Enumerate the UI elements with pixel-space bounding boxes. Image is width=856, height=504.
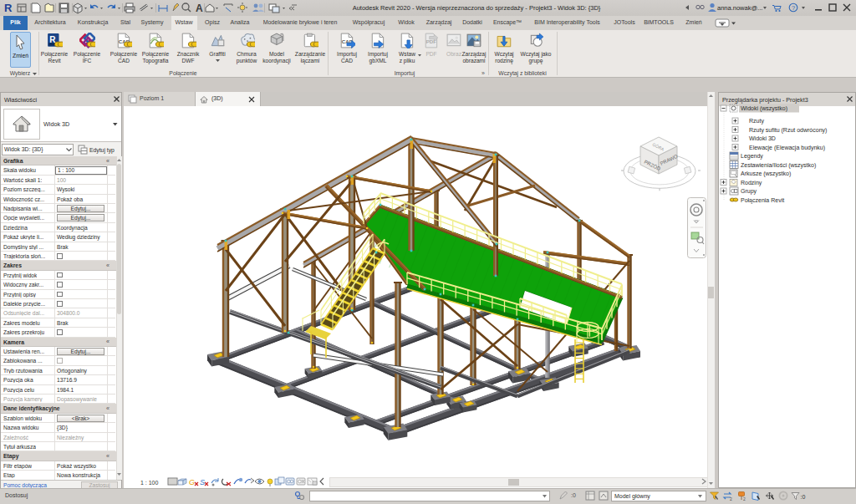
svg-text:Widoki 3D: Widoki 3D: [749, 135, 776, 141]
svg-text:R: R: [4, 2, 13, 14]
svg-text:Elewacje (Elewacja budynku): Elewacje (Elewacja budynku): [749, 145, 825, 151]
svg-text:Rzuty sufitu (Rzut odwrócony): Rzuty sufitu (Rzut odwrócony): [749, 127, 827, 134]
svg-text:Połączenia Revit: Połączenia Revit: [741, 197, 784, 204]
svg-text:anna.nowak@...: anna.nowak@...: [717, 4, 762, 12]
svg-text:Zestawienia/Ilości (wszystko): Zestawienia/Ilości (wszystko): [741, 162, 816, 169]
svg-text:Arkusze (wszystko): Arkusze (wszystko): [741, 171, 791, 177]
svg-text:1 : 100: 1 : 100: [140, 480, 159, 486]
svg-text::0: :0: [801, 494, 806, 500]
svg-text:G: G: [189, 478, 195, 486]
svg-text:2: 2: [743, 496, 746, 501]
svg-text:S: S: [200, 478, 205, 486]
svg-text:Legendy: Legendy: [741, 153, 763, 160]
svg-text:A: A: [196, 3, 203, 14]
svg-text:Grupy: Grupy: [741, 188, 757, 195]
svg-text:Rodziny: Rodziny: [741, 180, 762, 186]
svg-text:2: 2: [730, 496, 732, 501]
svg-text:?: ?: [792, 4, 795, 12]
svg-text:Widoki (wszystko): Widoki (wszystko): [741, 105, 787, 112]
svg-text:Rzuty: Rzuty: [749, 118, 764, 125]
